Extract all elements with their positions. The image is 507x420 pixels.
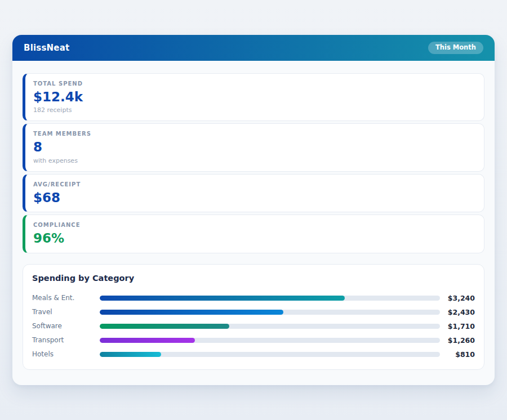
bar-category-label: Meals & Ent. <box>32 294 100 302</box>
stat-label: TEAM MEMBERS <box>33 131 475 137</box>
app-title: BlissNeat <box>24 43 69 53</box>
bar-track <box>100 338 440 343</box>
bar-row: Transport $1,260 <box>32 333 475 347</box>
bar-row: Software $1,710 <box>32 319 475 333</box>
stat-value: $68 <box>33 190 475 205</box>
bar-category-label: Hotels <box>32 350 100 358</box>
stat-label: AVG/RECEIPT <box>33 181 475 187</box>
stat-card: COMPLIANCE 96% <box>23 215 484 253</box>
bar-value-label: $3,240 <box>440 294 475 302</box>
bar-row: Meals & Ent. $3,240 <box>32 291 475 305</box>
app-window: BlissNeat This Month TOTAL SPEND $12.4k … <box>12 35 495 385</box>
bar-fill <box>100 352 161 357</box>
chart-title: Spending by Category <box>32 274 475 283</box>
stat-label: TOTAL SPEND <box>33 81 475 87</box>
bar-fill <box>100 310 283 315</box>
bar-track <box>100 352 440 357</box>
stat-value: 96% <box>33 231 475 245</box>
stat-value: 8 <box>33 140 475 154</box>
bar-fill <box>100 324 229 329</box>
bar-row: Travel $2,430 <box>32 305 475 319</box>
bar-list: Meals & Ent. $3,240 Travel $2,430 Softwa… <box>32 291 475 361</box>
stat-card: TOTAL SPEND $12.4k 182 receipts <box>23 73 484 121</box>
stats-list: TOTAL SPEND $12.4k 182 receipts TEAM MEM… <box>23 73 484 253</box>
stat-label: COMPLIANCE <box>33 222 475 228</box>
bar-category-label: Travel <box>32 308 100 316</box>
stat-sub: 182 receipts <box>33 106 475 114</box>
stat-sub: with expenses <box>33 157 475 164</box>
stat-card: TEAM MEMBERS 8 with expenses <box>23 123 484 171</box>
bar-category-label: Software <box>32 322 100 330</box>
app-header: BlissNeat This Month <box>12 35 495 61</box>
bar-value-label: $1,710 <box>440 322 475 330</box>
stat-value: $12.4k <box>33 90 475 104</box>
period-badge-button[interactable]: This Month <box>428 42 483 54</box>
bar-row: Hotels $810 <box>32 347 475 361</box>
bar-category-label: Transport <box>32 336 100 344</box>
bar-track <box>100 324 440 329</box>
bar-track <box>100 310 440 315</box>
bar-value-label: $810 <box>440 350 475 359</box>
bar-value-label: $1,260 <box>440 336 475 345</box>
bar-fill <box>100 338 195 343</box>
spending-chart-card: Spending by Category Meals & Ent. $3,240… <box>23 264 484 370</box>
bar-track <box>100 296 440 301</box>
bar-value-label: $2,430 <box>440 308 475 316</box>
stat-card: AVG/RECEIPT $68 <box>23 174 484 212</box>
bar-fill <box>100 296 345 301</box>
dashboard-content: TOTAL SPEND $12.4k 182 receipts TEAM MEM… <box>12 61 495 370</box>
